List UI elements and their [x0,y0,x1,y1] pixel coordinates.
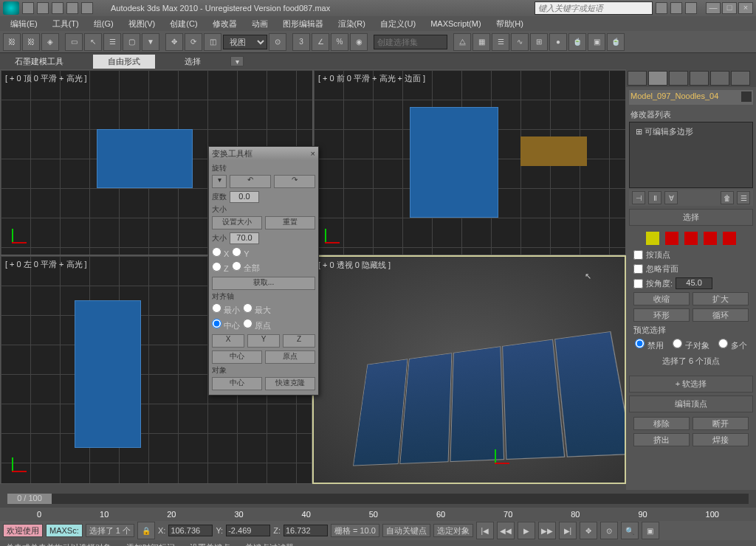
star-icon[interactable] [685,2,697,14]
polygon-icon[interactable] [704,232,717,245]
motion-tab-icon[interactable] [690,71,709,86]
loop-button[interactable]: 循环 [693,308,749,322]
viewcube[interactable]: ↖ [585,272,602,289]
graphite-label[interactable]: 石墨建模工具 [15,56,63,67]
menu-create[interactable]: 创建(C) [164,17,203,31]
break-button[interactable]: 断开 [693,417,749,430]
grow-button[interactable]: 扩大 [693,292,749,305]
maximize-button[interactable]: □ [722,2,737,14]
display-tab-icon[interactable] [710,71,729,86]
freeform-tab[interactable]: 自由形式 [93,55,155,69]
selection-header[interactable]: 选择 [629,209,753,226]
x-radio[interactable]: X [212,247,229,258]
element-icon[interactable] [723,232,736,245]
vp-persp-label[interactable]: [ + 0 透视 0 隐藏线 ] [318,260,391,271]
menu-animation[interactable]: 动画 [246,17,274,31]
play-icon[interactable]: ▶ [518,522,535,539]
get-button[interactable]: 获取... [212,277,315,290]
y-radio[interactable]: Y [232,247,249,258]
all-radio[interactable]: 全部 [232,261,260,274]
color-swatch[interactable] [741,91,752,102]
remove-button[interactable]: 移除 [633,417,690,430]
close-button[interactable]: × [738,2,753,14]
degrees-spinner[interactable]: 0.0 [230,191,259,203]
angle-snap-icon[interactable]: ∠ [312,33,329,51]
set-key-button[interactable]: 设置关键点 [190,542,230,547]
info-icon[interactable] [670,2,682,14]
unique-icon[interactable]: ∀ [664,191,678,204]
selkey-dropdown[interactable]: 选定对象 [433,524,473,537]
pin-icon[interactable]: ⊣ [632,191,645,204]
modify-tab-icon[interactable] [648,71,667,86]
rotate-axis-icon[interactable]: ▾ [212,175,227,188]
edge-icon[interactable] [665,232,678,245]
bind-icon[interactable]: ◈ [41,33,59,51]
utilities-tab-icon[interactable] [731,71,750,86]
prev-frame-icon[interactable]: ◀◀ [497,522,515,539]
percent-snap-icon[interactable]: % [331,33,348,51]
curve-editor-icon[interactable]: ∿ [511,33,529,51]
vp-top-label[interactable]: [ + 0 顶 0 平滑 + 高光 ] [5,73,87,84]
redo-icon[interactable] [81,2,93,14]
menu-view[interactable]: 视图(V) [123,17,162,31]
select-arrow-icon[interactable]: ↖ [84,33,102,51]
menu-graph[interactable]: 图形编辑器 [277,17,329,31]
app-logo[interactable] [3,1,19,15]
transform-toolbox-dialog[interactable]: 变换工具框 × 旋转 ▾ ↶ ↷ 度数 0.0 大小 设置大小 重置 大小 70… [208,146,319,395]
nav-icon-2[interactable]: ⊙ [600,522,618,539]
modifier-item[interactable]: ⊞ 可编辑多边形 [633,125,749,138]
render-setup-icon[interactable]: 🍵 [568,33,586,51]
rotate-cw-button[interactable]: ↷ [274,175,315,188]
add-time-tag[interactable]: 添加时间标记 [126,542,175,547]
time-track[interactable]: 0 / 100 [7,494,749,504]
nav-icon-4[interactable]: ▣ [642,522,659,539]
schematic-icon[interactable]: ⊞ [530,33,548,51]
select-tab[interactable]: 选择 [185,56,201,67]
vp-front-label[interactable]: [ + 0 前 0 平滑 + 高光 + 边面 ] [318,73,425,84]
origin-button[interactable]: 原点 [265,350,315,364]
dialog-close-icon[interactable]: × [311,149,315,158]
ref-coord-dropdown[interactable]: 视图 [223,35,267,49]
menu-render[interactable]: 渲染(R) [332,17,371,31]
rotate-icon[interactable]: ⟳ [185,33,202,51]
nav-icon[interactable]: ✥ [580,522,597,539]
x-coord-input[interactable] [168,525,213,536]
config-icon[interactable]: ☰ [737,191,750,204]
mirror-icon[interactable]: ⧋ [453,33,471,51]
unlink-icon[interactable]: ⛓ [22,33,40,51]
shrink-button[interactable]: 收缩 [633,292,690,305]
link-icon[interactable]: ⛓ [3,33,21,51]
edit-vertex-header[interactable]: 编辑顶点 [629,395,753,412]
angle-spinner[interactable]: 45.0 [676,277,712,289]
align-z-button[interactable]: Z [283,334,315,348]
time-slider[interactable]: 0 / 100 [0,490,756,508]
new-icon[interactable] [22,2,34,14]
origin-radio[interactable]: 原点 [243,319,271,331]
min-radio[interactable]: 最小 [212,303,240,316]
menu-custom[interactable]: 自定义(U) [374,17,422,31]
ignore-back-check[interactable]: 忽略背面 [633,262,749,276]
dialog-titlebar[interactable]: 变换工具框 × [209,147,318,160]
save-icon[interactable] [52,2,63,14]
hierarchy-tab-icon[interactable] [669,71,688,86]
obj-center-button[interactable]: 中心 [212,377,262,390]
border-icon[interactable] [684,232,698,245]
key-filter-button[interactable]: 关键点过滤器... [245,542,300,547]
center-button[interactable]: 中心 [212,350,262,364]
menu-modifiers[interactable]: 修改器 [207,17,243,31]
remove-mod-icon[interactable]: 🗑 [721,191,734,204]
minimize-button[interactable]: — [706,2,721,14]
reset-button[interactable]: 重置 [265,216,315,229]
search-input[interactable] [535,1,653,15]
menu-tools[interactable]: 工具(T) [47,17,85,31]
ring-button[interactable]: 环形 [633,308,690,322]
filter-icon[interactable]: ▼ [142,33,159,51]
help-icon[interactable] [656,2,667,14]
lock-icon[interactable]: 🔒 [137,522,155,539]
softsel-header[interactable]: + 软选择 [629,376,753,393]
select-name-icon[interactable]: ☰ [103,33,121,51]
goto-end-icon[interactable]: ▶| [559,522,577,539]
align-icon[interactable]: ▦ [472,33,490,51]
quick-clone-button[interactable]: 快速克隆 [265,377,315,390]
vp-left-label[interactable]: [ + 0 左 0 平滑 + 高光 ] [5,259,87,270]
